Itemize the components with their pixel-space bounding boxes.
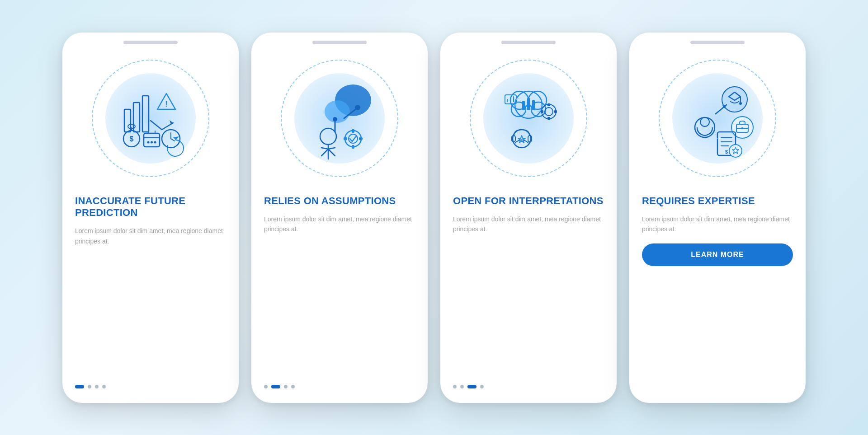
dot-3-1: [453, 385, 457, 388]
dot-3-3: [467, 385, 476, 388]
svg-point-30: [355, 105, 360, 110]
illustration-1: ! $: [87, 51, 214, 186]
svg-point-66: [739, 102, 742, 105]
phone-title-4: REQUIRES EXPERTISE: [642, 195, 793, 207]
phone-description-2: Lorem ipsum dolor sit dim amet, mea regi…: [264, 214, 415, 234]
learn-more-button[interactable]: LEARN MORE: [642, 243, 793, 266]
svg-point-72: [700, 117, 709, 126]
phone-card-1: ! $: [62, 33, 239, 403]
svg-point-78: [729, 145, 742, 157]
svg-line-27: [321, 148, 328, 149]
prediction-icon: ! $: [101, 69, 200, 168]
svg-rect-51: [541, 110, 543, 113]
svg-line-25: [321, 149, 328, 156]
interpretations-icon: [479, 69, 578, 168]
svg-text:!: !: [165, 100, 167, 108]
phone-title-2: RELIES ON ASSUMPTIONS: [264, 195, 415, 207]
svg-line-28: [328, 148, 335, 149]
dot-2-4: [291, 385, 295, 388]
phone-description-1: Lorem ipsum dolor sit dim amet, mea regi…: [75, 226, 226, 246]
svg-rect-70: [741, 127, 743, 129]
svg-point-14: [147, 141, 150, 143]
phone-title-1: INACCURATE FUTURE PREDICTION: [75, 195, 226, 219]
svg-point-38: [333, 117, 337, 122]
svg-rect-50: [547, 117, 550, 120]
phone-notch-4: [690, 41, 745, 44]
svg-rect-52: [554, 110, 557, 113]
svg-line-19: [171, 139, 175, 141]
svg-text:$: $: [725, 149, 728, 154]
svg-rect-34: [352, 145, 354, 149]
phone-card-3: OPEN FOR INTERPRETATIONS Lorem ipsum dol…: [440, 33, 617, 403]
svg-text:$: $: [130, 135, 134, 143]
svg-rect-44: [522, 101, 525, 110]
phones-container: ! $: [62, 33, 806, 403]
svg-point-16: [154, 141, 156, 143]
svg-rect-10: [144, 133, 160, 147]
dot-2-2: [271, 385, 280, 388]
svg-rect-36: [359, 137, 363, 140]
svg-rect-33: [352, 129, 354, 133]
dot-2-3: [284, 385, 288, 388]
svg-rect-35: [344, 137, 347, 140]
illustration-4: $: [654, 51, 781, 186]
svg-point-15: [151, 141, 153, 143]
phone-notch-1: [123, 41, 178, 44]
svg-marker-54: [518, 136, 525, 143]
phone-dots-3: [453, 376, 484, 388]
dot-1-2: [88, 385, 91, 388]
svg-rect-46: [532, 100, 535, 110]
phone-title-3: OPEN FOR INTERPRETATIONS: [453, 195, 604, 207]
illustration-2: [276, 51, 403, 186]
phone-card-2: RELIES ON ASSUMPTIONS Lorem ipsum dolor …: [251, 33, 428, 403]
svg-point-31: [345, 131, 361, 147]
assumptions-icon: [290, 69, 389, 168]
svg-marker-20: [173, 136, 179, 140]
svg-point-47: [542, 104, 556, 119]
dot-1-1: [75, 385, 84, 388]
svg-point-23: [320, 128, 336, 145]
phone-dots-1: [75, 376, 106, 388]
svg-rect-2: [142, 96, 149, 132]
svg-line-26: [328, 149, 335, 156]
dot-1-4: [102, 385, 106, 388]
dot-3-2: [460, 385, 464, 388]
dot-1-3: [95, 385, 99, 388]
phone-notch-2: [312, 41, 367, 44]
svg-rect-45: [527, 98, 530, 110]
phone-card-4: $ REQUIRES EXPERTISE Lorem ipsum dolor s…: [629, 33, 806, 403]
illustration-3: [465, 51, 592, 186]
dot-3-4: [480, 385, 484, 388]
svg-point-48: [545, 108, 553, 116]
expertise-icon: $: [668, 69, 767, 168]
phone-dots-2: [264, 376, 295, 388]
svg-rect-49: [547, 103, 550, 106]
phone-notch-3: [501, 41, 556, 44]
phone-description-4: Lorem ipsum dolor sit dim amet, mea regi…: [642, 214, 793, 234]
phone-description-3: Lorem ipsum dolor sit dim amet, mea regi…: [453, 214, 604, 234]
svg-point-63: [722, 87, 747, 112]
dot-2-1: [264, 385, 268, 388]
svg-point-22: [325, 100, 350, 123]
